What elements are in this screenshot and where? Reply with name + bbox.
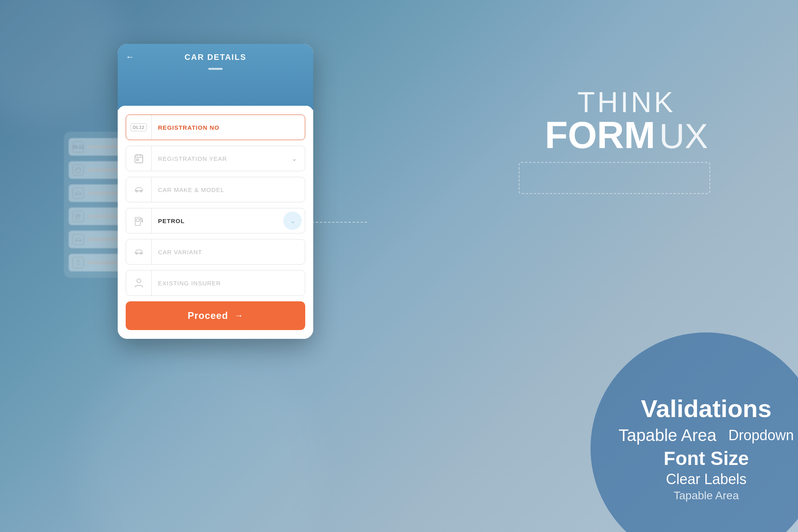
svg-rect-0 <box>76 168 81 173</box>
car-variant-icon-box <box>126 239 152 264</box>
form-ux-line: FORM UX <box>545 117 708 154</box>
bg-row-2 <box>69 161 123 179</box>
svg-point-16 <box>136 190 138 192</box>
svg-rect-15 <box>136 159 138 160</box>
car-icon <box>134 184 144 195</box>
bg-row-4 <box>69 208 123 225</box>
car-make-model-label: CAR MAKE & MODEL <box>152 186 305 193</box>
bg-icon-car2 <box>73 234 84 245</box>
bg-line-6 <box>87 261 119 264</box>
car-variant-field[interactable]: CAR VARIANT <box>126 239 305 265</box>
back-button[interactable]: ← <box>126 52 134 62</box>
fuel-type-label: PETROL <box>152 218 283 224</box>
svg-point-17 <box>140 190 142 192</box>
registration-year-field[interactable]: REGISTRATION YEAR ⌄ <box>126 146 305 171</box>
fuel-chevron-icon: ⌄ <box>290 217 295 225</box>
svg-point-22 <box>140 253 142 255</box>
svg-point-4 <box>76 194 77 195</box>
bg-line-4 <box>87 215 119 218</box>
phone-header: ← CAR DETAILS <box>118 44 313 110</box>
fuel-icon <box>134 216 144 226</box>
registration-no-field[interactable]: DL12 REGISTRATION NO <box>126 115 305 140</box>
bg-icon-person <box>73 257 84 268</box>
annotation-dashed-line <box>287 222 367 223</box>
person-icon <box>134 278 144 288</box>
header-top-bar: ← CAR DETAILS <box>118 44 313 62</box>
bg-line-2 <box>87 168 119 172</box>
bg-line-1 <box>87 145 119 148</box>
existing-insurer-label: EXISTING INSURER <box>152 280 305 287</box>
header-indicator <box>208 68 223 70</box>
bg-icon-fuel <box>73 211 84 222</box>
bg-row-3 <box>69 184 123 202</box>
form-label: FORM <box>545 117 656 154</box>
car-variant-label: CAR VARIANT <box>152 249 305 255</box>
proceed-label: Proceed <box>188 310 228 321</box>
bg-row-1: DL12 <box>69 138 123 156</box>
svg-point-9 <box>79 240 81 241</box>
proceed-arrow-icon: → <box>235 310 243 321</box>
bg-icon-car <box>73 188 84 199</box>
fuel-type-icon-box <box>126 208 152 233</box>
bg-line-5 <box>87 238 119 241</box>
bg-row-5 <box>69 231 123 248</box>
svg-rect-11 <box>135 155 143 163</box>
registration-year-label: REGISTRATION YEAR <box>152 155 283 162</box>
annotation-box <box>519 162 710 194</box>
proceed-button[interactable]: Proceed → <box>126 301 305 330</box>
right-panel: THINK FORM UX <box>455 0 798 532</box>
existing-insurer-icon-box <box>126 271 152 295</box>
car-make-model-field[interactable]: CAR MAKE & MODEL <box>126 177 305 202</box>
registration-year-dropdown[interactable]: ⌄ <box>283 146 305 171</box>
registration-no-label: REGISTRATION NO <box>152 124 305 131</box>
existing-insurer-field[interactable]: EXISTING INSURER <box>126 270 305 296</box>
calendar-icon <box>134 153 144 164</box>
form-area: DL12 REGISTRATION NO REGISTRATION YEAR ⌄ <box>118 106 313 339</box>
svg-point-24 <box>137 279 141 283</box>
registration-year-icon-box <box>126 146 152 171</box>
svg-point-21 <box>136 253 138 255</box>
think-form-ux-section: THINK FORM UX <box>545 88 708 154</box>
chevron-down-icon: ⌄ <box>292 155 297 162</box>
fuel-type-field[interactable]: PETROL ⌄ <box>126 208 305 233</box>
svg-rect-7 <box>77 215 78 216</box>
ux-label: UX <box>659 119 708 154</box>
page-title: CAR DETAILS <box>134 53 305 62</box>
registration-no-icon-box: DL12 <box>126 115 152 140</box>
svg-point-10 <box>77 260 79 262</box>
main-phone-card: ← CAR DETAILS DL12 REGISTRATION NO <box>118 44 313 339</box>
think-label: THINK <box>545 88 708 117</box>
svg-rect-20 <box>136 219 139 222</box>
bg-row-6 <box>69 254 123 271</box>
car-make-model-icon-box <box>126 177 152 202</box>
car-variant-icon <box>134 247 144 257</box>
fuel-type-dropdown[interactable]: ⌄ <box>283 212 302 230</box>
svg-point-8 <box>76 240 77 241</box>
bg-icon-dl12: DL12 <box>73 141 84 152</box>
bg-line-3 <box>87 192 119 195</box>
svg-point-5 <box>79 194 81 195</box>
bg-icon-calendar <box>73 164 84 176</box>
dl12-icon: DL12 <box>130 123 147 131</box>
